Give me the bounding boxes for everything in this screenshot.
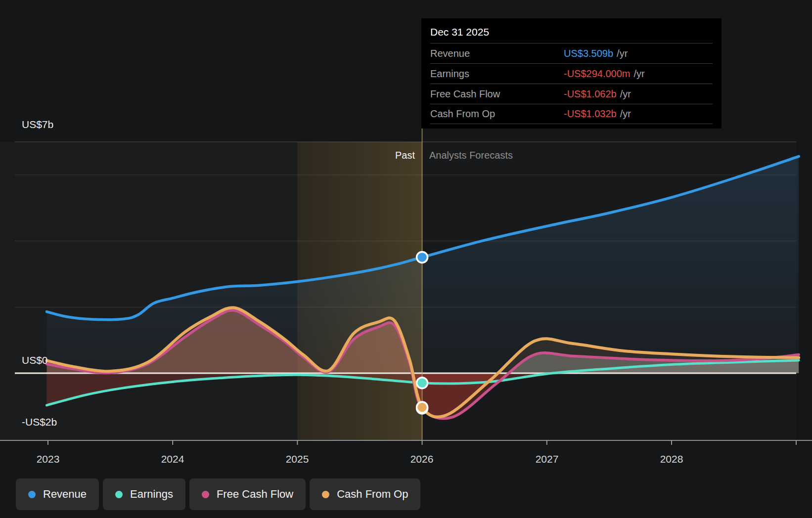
tooltip-suffix: /yr <box>634 68 645 80</box>
chart-legend: Revenue Earnings Free Cash Flow Cash Fro… <box>16 478 420 510</box>
tooltip-label: Revenue <box>430 48 564 59</box>
tooltip-label: Cash From Op <box>430 108 564 120</box>
tooltip-label: Free Cash Flow <box>430 88 564 100</box>
tooltip-label: Earnings <box>430 68 564 80</box>
legend-item-revenue[interactable]: Revenue <box>16 478 99 510</box>
x-axis-label-2025: 2025 <box>286 453 309 465</box>
analysts-forecasts-section-label: Analysts Forecasts <box>429 150 513 161</box>
legend-item-cash-from-op[interactable]: Cash From Op <box>310 478 420 510</box>
tooltip-suffix: /yr <box>617 48 628 59</box>
cash-from-op-dot-icon <box>322 491 329 498</box>
earnings-dot-icon <box>115 491 123 498</box>
legend-label: Cash From Op <box>337 488 408 501</box>
x-axis-label-2027: 2027 <box>536 453 559 465</box>
legend-item-free-cash-flow[interactable]: Free Cash Flow <box>189 478 306 510</box>
earnings-revenue-forecast-page: US$7b US$0 -US$2b 2023 2024 2025 2026 20… <box>0 0 812 518</box>
tooltip-date: Dec 31 2025 <box>430 24 713 43</box>
past-section-label: Past <box>395 150 415 161</box>
revenue-dot-icon <box>28 491 36 498</box>
tooltip-value: -US$294.000m <box>564 68 631 80</box>
legend-label: Revenue <box>43 488 87 501</box>
free-cash-flow-dot-icon <box>202 491 209 498</box>
chart-tooltip: Dec 31 2025 Revenue US$3.509b /yr Earnin… <box>421 18 722 129</box>
x-axis-label-2028: 2028 <box>660 453 683 465</box>
y-axis-label-neg2b: -US$2b <box>22 416 57 428</box>
y-axis-label-7b: US$7b <box>22 119 53 130</box>
tooltip-row-free-cash-flow: Free Cash Flow -US$1.062b /yr <box>430 84 713 104</box>
tooltip-row-earnings: Earnings -US$294.000m /yr <box>430 63 713 84</box>
y-axis-label-0: US$0 <box>22 354 48 366</box>
legend-label: Earnings <box>130 488 173 501</box>
x-axis-label-2024: 2024 <box>161 453 184 465</box>
tooltip-row-cash-from-op: Cash From Op -US$1.032b /yr <box>430 104 713 124</box>
tooltip-value: -US$1.062b <box>564 88 617 100</box>
tooltip-row-revenue: Revenue US$3.509b /yr <box>430 43 713 63</box>
tooltip-suffix: /yr <box>620 88 631 100</box>
x-axis-label-2026: 2026 <box>410 453 434 465</box>
tooltip-value: US$3.509b <box>564 48 613 59</box>
x-axis-label-2023: 2023 <box>37 453 60 465</box>
legend-item-earnings[interactable]: Earnings <box>103 478 185 510</box>
tooltip-suffix: /yr <box>620 108 631 120</box>
legend-label: Free Cash Flow <box>217 488 293 501</box>
tooltip-value: -US$1.032b <box>564 108 617 120</box>
